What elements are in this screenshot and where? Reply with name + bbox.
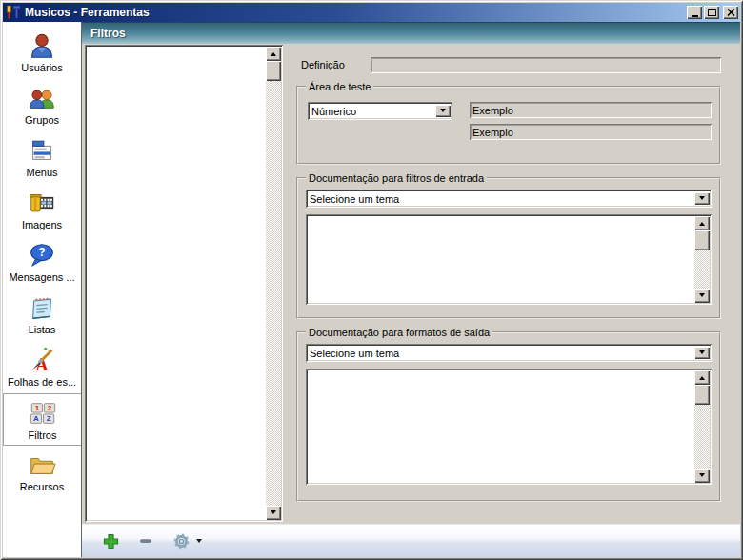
doc-saida-legend: Documentação para formatos de saída	[306, 327, 492, 338]
keys-icon: 1 2 A Z	[29, 397, 57, 430]
sidebar-item-label: Folhas de es...	[8, 376, 76, 388]
arrow-up-icon	[699, 219, 705, 226]
doc-entrada-text	[306, 214, 712, 224]
chevron-down-icon	[699, 350, 705, 357]
sidebar-item-filtros[interactable]: 1 2 A Z Filtros	[3, 393, 81, 446]
sidebar-item-label: Listas	[29, 324, 56, 335]
close-button[interactable]	[723, 6, 738, 19]
arrow-down-icon	[271, 510, 276, 517]
sidebar-item-label: Recursos	[20, 481, 64, 492]
sidebar-item-label: Grupos	[25, 114, 59, 126]
combo-dropdown-button[interactable]	[694, 192, 710, 205]
caret-down-icon	[196, 539, 202, 546]
sidebar-item-label: Imagens	[22, 219, 62, 230]
maximize-icon	[708, 9, 716, 16]
minus-icon	[138, 533, 153, 549]
scroll-thumb[interactable]	[694, 385, 710, 405]
maximize-button[interactable]	[704, 6, 719, 19]
settings-menu-button[interactable]	[171, 530, 204, 552]
remove-filter-button[interactable]	[136, 531, 155, 550]
scroll-up-button[interactable]	[694, 216, 710, 230]
section-header: Filtros	[82, 22, 740, 44]
scroll-thumb[interactable]	[266, 61, 281, 81]
sidebar-item-mensagens[interactable]: ? Mensagens ...	[3, 236, 81, 289]
doc-entrada-scrollbar[interactable]	[694, 216, 710, 303]
listbox-scrollbar[interactable]	[266, 47, 281, 520]
sidebar-item-menus[interactable]: Menus	[3, 131, 81, 184]
doc-saida-textarea[interactable]	[306, 369, 712, 485]
scroll-thumb[interactable]	[694, 230, 710, 250]
minimize-button[interactable]	[687, 6, 702, 19]
user-icon	[28, 30, 56, 62]
sidebar-item-listas[interactable]: Listas	[3, 289, 81, 341]
gear-icon	[172, 532, 191, 550]
definicao-input[interactable]	[371, 57, 721, 73]
window-title: Musicos - Ferramentas	[25, 6, 685, 19]
detail-panel: Definição Área de teste Númerico	[287, 44, 740, 524]
sidebar-item-label: Filtros	[29, 430, 57, 441]
plus-icon	[103, 533, 119, 550]
scroll-up-button[interactable]	[266, 47, 281, 61]
folder-icon	[28, 449, 56, 481]
svg-text:1: 1	[34, 404, 39, 412]
svg-text:2: 2	[47, 404, 51, 412]
tools-icon	[6, 5, 21, 20]
menu-icon	[28, 134, 56, 167]
sidebar-item-imagens[interactable]: Imagens	[3, 184, 81, 236]
combo-dropdown-button[interactable]	[694, 347, 710, 359]
sidebar-item-folhas[interactable]: A Folhas de es...	[3, 341, 81, 393]
chevron-down-icon	[440, 109, 446, 115]
doc-entrada-legend: Documentação para filtros de entrada	[306, 172, 487, 184]
doc-entrada-textarea[interactable]	[306, 214, 712, 305]
area-de-teste-legend: Área de teste	[306, 81, 373, 92]
area-de-teste-group: Área de teste Númerico	[296, 81, 721, 165]
exemplo-input-1[interactable]	[470, 102, 712, 118]
scroll-up-button[interactable]	[694, 370, 710, 385]
tema-entrada-combo-value: Selecione um tema	[310, 193, 694, 205]
tema-saida-combo[interactable]: Selecione um tema	[306, 344, 712, 362]
sidebar: Usuários Grupos	[3, 22, 82, 557]
app-window: Musicos - Ferramentas Usuários	[0, 0, 743, 560]
doc-entrada-group: Documentação para filtros de entrada Sel…	[296, 172, 721, 319]
tipo-filtro-combo-value: Númerico	[311, 106, 435, 117]
sidebar-item-label: Mensagens ...	[9, 271, 74, 283]
list-toolbar	[82, 524, 740, 557]
group-icon	[28, 82, 56, 114]
close-icon	[727, 9, 735, 16]
chevron-down-icon	[699, 196, 705, 203]
tema-entrada-combo[interactable]: Selecione um tema	[306, 190, 712, 208]
sidebar-item-grupos[interactable]: Grupos	[3, 79, 81, 131]
arrow-down-icon	[699, 473, 705, 480]
filter-listbox[interactable]	[85, 45, 283, 522]
combo-dropdown-button[interactable]	[435, 105, 451, 117]
scroll-track[interactable]	[694, 250, 710, 289]
sidebar-item-label: Usuários	[21, 62, 62, 73]
svg-text:Z: Z	[46, 414, 50, 423]
tema-saida-combo-value: Selecione um tema	[310, 348, 694, 359]
svg-text:?: ?	[38, 246, 45, 259]
titlebar: Musicos - Ferramentas	[3, 3, 740, 22]
exemplo-input-2[interactable]	[470, 124, 712, 140]
sidebar-item-recursos[interactable]: Recursos	[3, 446, 81, 498]
add-filter-button[interactable]	[101, 531, 121, 551]
doc-saida-text	[306, 369, 712, 378]
notepad-icon	[28, 291, 56, 324]
scroll-track[interactable]	[266, 81, 281, 506]
definicao-label: Definição	[301, 59, 371, 70]
arrow-down-icon	[699, 293, 705, 300]
arrow-up-icon	[271, 50, 276, 56]
scroll-down-button[interactable]	[266, 506, 281, 520]
message-icon: ?	[28, 239, 56, 271]
stylesheet-icon: A	[28, 344, 56, 376]
scroll-track[interactable]	[694, 405, 710, 469]
section-title: Filtros	[90, 27, 126, 40]
film-icon	[28, 187, 56, 219]
scroll-down-button[interactable]	[694, 289, 710, 303]
tipo-filtro-combo[interactable]: Númerico	[308, 102, 452, 120]
doc-saida-group: Documentação para formatos de saída Sele…	[296, 327, 721, 502]
minimize-icon	[692, 15, 698, 17]
sidebar-item-label: Menus	[26, 167, 57, 178]
scroll-down-button[interactable]	[694, 469, 710, 483]
sidebar-item-usuarios[interactable]: Usuários	[3, 27, 81, 79]
doc-saida-scrollbar[interactable]	[694, 370, 710, 483]
